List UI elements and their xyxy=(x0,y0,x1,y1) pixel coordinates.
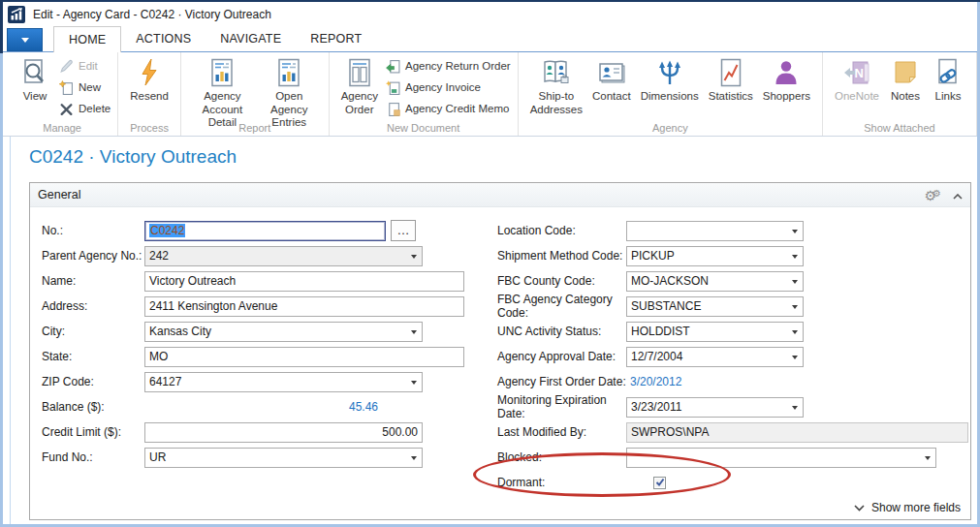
location-code-dropdown[interactable] xyxy=(626,221,804,241)
app-menu-button[interactable] xyxy=(7,28,43,51)
location-code-label: Location Code: xyxy=(497,224,626,237)
ribbon-group-label: Manage xyxy=(7,122,117,134)
shipment-method-code-dropdown[interactable]: PICKUP xyxy=(626,246,804,266)
button-label: Edit xyxy=(79,60,98,72)
city-dropdown[interactable]: Kansas City xyxy=(144,322,423,342)
field-row-unc-activity-status: UNC Activity Status:HOLDDIST xyxy=(497,319,968,344)
view-button[interactable]: View xyxy=(14,54,56,104)
statistics-button[interactable]: Statistics xyxy=(704,54,758,104)
field-value: 3/23/2011 xyxy=(631,400,682,414)
agency-first-order-date-link[interactable]: 3/20/2012 xyxy=(626,375,685,388)
field-value: 500.00 xyxy=(149,425,418,439)
fbc-county-code-dropdown[interactable]: MO-JACKSON xyxy=(626,271,804,292)
credit-limit-input[interactable]: 500.00 xyxy=(144,422,423,443)
ribbon-small-buttons: EditNewDelete xyxy=(59,54,111,116)
dropdown-arrow-icon xyxy=(792,230,798,233)
dimensions-icon xyxy=(654,56,685,89)
field-row-shipment-method-code: Shipment Method Code:PICKUP xyxy=(497,243,968,268)
field-row-location-code: Location Code: xyxy=(497,218,968,243)
tab-report[interactable]: REPORT xyxy=(296,26,376,52)
field-row-balance: Balance ($):45.46 xyxy=(42,394,488,419)
field-row-agency-approval-date: Agency Approval Date:12/7/2004 xyxy=(497,344,968,369)
agency-order-button[interactable]: Agency Order xyxy=(336,54,383,116)
statistics-icon xyxy=(715,56,746,89)
svg-text:N: N xyxy=(854,66,863,80)
field-value: MO-JACKSON xyxy=(631,274,709,288)
dynamics-nav-app-icon xyxy=(8,6,25,23)
agency-credit-memo-button[interactable]: Agency Credit Memo xyxy=(386,101,511,116)
fbc-agency-category-code-dropdown[interactable]: SUBSTANCE xyxy=(626,296,804,317)
delete-button[interactable]: Delete xyxy=(59,101,111,116)
onenote-button[interactable]: NOneNote xyxy=(830,54,884,104)
dimensions-button[interactable]: Dimensions xyxy=(636,54,704,104)
dropdown-arrow-icon xyxy=(411,456,417,460)
general-header-label: General xyxy=(38,188,80,202)
button-label: Agency Order xyxy=(341,90,378,116)
zip-code-dropdown[interactable]: 64127 xyxy=(144,372,423,392)
state-input[interactable]: MO xyxy=(144,347,464,367)
onenote-icon: N xyxy=(841,56,872,89)
no-input[interactable]: C0242 xyxy=(144,221,386,241)
unc-activity-status-dropdown[interactable]: HOLDDIST xyxy=(626,322,804,342)
application-window: Edit - Agency Card - C0242 · Victory Out… xyxy=(0,0,980,527)
balance-link[interactable]: 45.46 xyxy=(144,400,382,414)
last-modified-by-label: Last Modified By: xyxy=(497,425,626,439)
selected-text: C0242 xyxy=(149,224,185,237)
no-assist-button[interactable]: … xyxy=(391,220,416,241)
collapse-chevron-up-icon[interactable] xyxy=(953,189,963,202)
resend-button[interactable]: Resend xyxy=(125,54,174,104)
zip-code-label: ZIP Code: xyxy=(42,375,144,388)
field-value: 64127 xyxy=(149,375,181,388)
show-more-fields[interactable]: Show more fields xyxy=(854,501,961,514)
agency-invoice-button[interactable]: Agency Invoice xyxy=(386,79,511,95)
chevron-down-icon xyxy=(854,501,865,514)
button-label: Shoppers xyxy=(763,90,810,104)
balance-label: Balance ($): xyxy=(42,400,144,414)
field-value: 12/7/2004 xyxy=(631,350,682,363)
field-value: 242 xyxy=(149,249,169,263)
parent-agency-no-dropdown[interactable]: 242 xyxy=(144,246,423,266)
notes-button[interactable]: Notes xyxy=(884,54,927,104)
address-input[interactable]: 2411 Kensington Avenue xyxy=(144,296,464,317)
tab-actions[interactable]: ACTIONS xyxy=(121,26,205,52)
fund-no-dropdown[interactable]: UR xyxy=(144,448,423,468)
field-row-dormant: Dormant: xyxy=(497,470,968,495)
edit-icon xyxy=(59,59,74,74)
customize-gear-icon[interactable]: ⚙⚙ xyxy=(924,189,941,202)
blocked-dropdown[interactable] xyxy=(626,448,936,468)
ribbon-group-label: Show Attached xyxy=(823,122,976,134)
links-button[interactable]: Links xyxy=(927,54,969,104)
edit-button[interactable]: Edit xyxy=(59,58,111,74)
window-border-top xyxy=(0,0,980,2)
ribbon-tab-row: HOMEACTIONSNAVIGATEREPORT xyxy=(3,26,977,52)
new-button[interactable]: New xyxy=(59,79,111,95)
tab-navigate[interactable]: NAVIGATE xyxy=(205,26,296,52)
parent-agency-no-label: Parent Agency No.: xyxy=(42,249,144,263)
open-agency-entries-button[interactable]: Open Agency Entries xyxy=(257,54,322,130)
contact-button[interactable]: Contact xyxy=(587,54,636,104)
report-icon xyxy=(206,56,237,89)
shipment-method-code-label: Shipment Method Code: xyxy=(497,249,626,263)
name-input[interactable]: Victory Outreach xyxy=(144,271,464,292)
report-icon xyxy=(273,56,304,89)
agency-approval-date-dropdown[interactable]: 12/7/2004 xyxy=(626,347,804,367)
monitoring-expiration-date-dropdown[interactable]: 3/23/2011 xyxy=(626,397,804,418)
general-fasttab-header[interactable]: General ⚙⚙ xyxy=(30,183,970,207)
window-inner: Edit - Agency Card - C0242 · Victory Out… xyxy=(3,2,977,524)
agency-account-detail-button[interactable]: Agency Account Detail xyxy=(188,54,257,130)
invoice-icon xyxy=(386,80,400,95)
general-left-column: No.:C0242…Parent Agency No.:242Name:Vict… xyxy=(42,218,488,470)
dropdown-arrow-icon xyxy=(411,255,417,259)
field-value: SUBSTANCE xyxy=(631,299,701,313)
ship-to-addresses-button[interactable]: Ship-to Addresses xyxy=(525,54,587,116)
field-value: 2411 Kensington Avenue xyxy=(149,299,277,313)
tab-home[interactable]: HOME xyxy=(53,26,121,53)
agency-return-order-button[interactable]: Agency Return Order xyxy=(386,58,511,74)
caret-down-icon xyxy=(21,38,29,43)
dormant-checkbox[interactable] xyxy=(653,477,666,489)
field-value: SWPROS\NPA xyxy=(631,425,709,439)
ribbon-small-buttons: Agency Return OrderAgency InvoiceAgency … xyxy=(386,54,511,116)
unc-activity-status-label: UNC Activity Status: xyxy=(497,325,626,338)
shoppers-button[interactable]: Shoppers xyxy=(758,54,815,104)
new-icon xyxy=(59,80,74,95)
